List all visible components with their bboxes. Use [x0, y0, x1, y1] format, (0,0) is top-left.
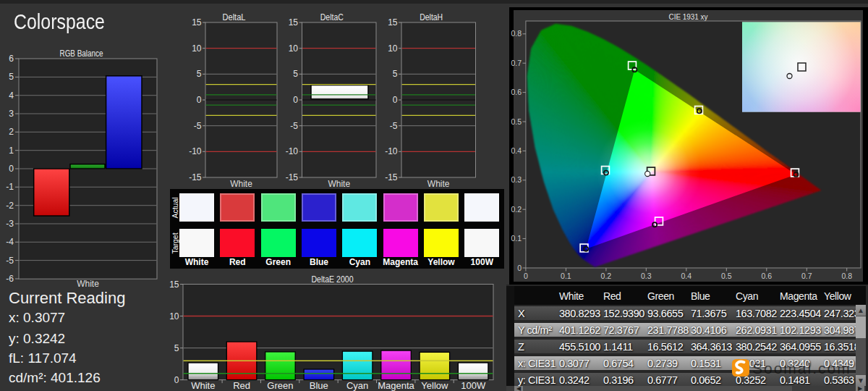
- svg-text:0.2: 0.2: [511, 205, 522, 214]
- svg-text:DeltaL: DeltaL: [223, 12, 246, 22]
- svg-text:-10: -10: [286, 146, 299, 156]
- svg-text:Cyan: Cyan: [346, 380, 368, 391]
- svg-text:5: 5: [393, 69, 398, 79]
- svg-text:0.8: 0.8: [511, 29, 522, 38]
- svg-text:0.5: 0.5: [721, 272, 732, 280]
- svg-text:-15: -15: [286, 172, 299, 182]
- svg-text:0.8: 0.8: [841, 272, 852, 280]
- svg-text:0.6: 0.6: [761, 272, 772, 280]
- svg-text:4: 4: [9, 91, 14, 101]
- svg-text:-15: -15: [189, 172, 202, 182]
- svg-text:0.3: 0.3: [511, 175, 522, 184]
- svg-text:0: 0: [393, 95, 398, 105]
- svg-text:5: 5: [9, 72, 14, 82]
- svg-text:5: 5: [174, 343, 179, 353]
- svg-text:0: 0: [9, 164, 14, 174]
- svg-text:0.4: 0.4: [511, 146, 522, 155]
- svg-text:Green: Green: [267, 380, 293, 391]
- svg-text:6: 6: [9, 54, 14, 64]
- svg-text:White: White: [328, 179, 350, 189]
- svg-text:RGB Balance: RGB Balance: [60, 49, 103, 59]
- svg-text:Red: Red: [233, 380, 250, 391]
- svg-text:-6: -6: [6, 274, 14, 284]
- svg-text:0.5: 0.5: [511, 117, 522, 126]
- svg-text:-5: -5: [194, 121, 202, 131]
- svg-text:Blue: Blue: [310, 380, 328, 391]
- svg-text:White: White: [427, 179, 450, 189]
- svg-text:Yellow: Yellow: [421, 380, 448, 391]
- svg-text:0.7: 0.7: [511, 59, 522, 67]
- svg-text:-2: -2: [6, 201, 14, 211]
- svg-text:10: 10: [388, 43, 398, 54]
- svg-text:-10: -10: [385, 146, 398, 156]
- svg-text:-1: -1: [6, 182, 14, 192]
- svg-text:2: 2: [9, 127, 14, 137]
- svg-text:15: 15: [169, 279, 179, 290]
- svg-text:-5: -5: [290, 121, 298, 131]
- svg-text:3: 3: [9, 109, 14, 119]
- svg-text:0.4: 0.4: [681, 272, 692, 280]
- svg-text:15: 15: [192, 17, 202, 28]
- svg-text:-5: -5: [6, 256, 14, 266]
- svg-text:0: 0: [174, 375, 179, 385]
- svg-text:CIE 1931 xy: CIE 1931 xy: [669, 12, 708, 21]
- svg-text:-10: -10: [189, 146, 202, 156]
- svg-text:-3: -3: [6, 219, 14, 229]
- svg-text:0.1: 0.1: [511, 234, 522, 243]
- svg-text:DeltaE 2000: DeltaE 2000: [312, 274, 354, 285]
- svg-text:0.3: 0.3: [641, 272, 652, 280]
- svg-text:15: 15: [388, 17, 398, 28]
- svg-text:5: 5: [293, 69, 298, 79]
- svg-text:10: 10: [169, 311, 179, 321]
- svg-text:White: White: [191, 380, 215, 391]
- svg-text:15: 15: [289, 17, 299, 28]
- svg-text:DeltaC: DeltaC: [320, 12, 344, 22]
- svg-text:White: White: [230, 179, 252, 189]
- svg-text:-5: -5: [390, 121, 398, 131]
- svg-text:0: 0: [524, 272, 528, 280]
- svg-text:1: 1: [9, 146, 14, 156]
- svg-text:0: 0: [293, 95, 298, 105]
- svg-text:-4: -4: [6, 237, 14, 247]
- svg-text:White: White: [77, 279, 99, 289]
- svg-text:0.7: 0.7: [801, 272, 812, 280]
- svg-text:0: 0: [197, 95, 202, 105]
- svg-text:10: 10: [192, 43, 202, 54]
- svg-text:0.2: 0.2: [601, 272, 612, 280]
- svg-text:Magenta: Magenta: [378, 380, 414, 391]
- svg-text:0: 0: [517, 264, 522, 272]
- svg-text:DeltaH: DeltaH: [420, 12, 443, 22]
- svg-text:0.6: 0.6: [511, 88, 522, 96]
- svg-text:100W: 100W: [461, 380, 486, 391]
- svg-text:-15: -15: [385, 172, 398, 182]
- svg-text:5: 5: [197, 69, 202, 79]
- svg-text:0.1: 0.1: [561, 272, 571, 280]
- svg-text:10: 10: [289, 43, 299, 54]
